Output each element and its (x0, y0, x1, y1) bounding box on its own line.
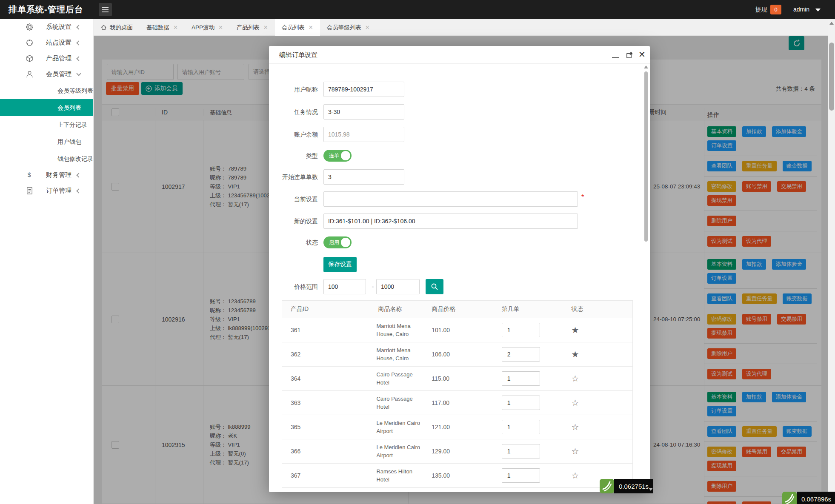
price-range-label: 价格范围 (269, 279, 318, 294)
sidebar-item-会员管理[interactable]: 会员管理 (0, 66, 93, 82)
sidebar-subitem-会员等级列表[interactable]: 会员等级列表 (0, 82, 93, 99)
toggle-knob (341, 151, 350, 160)
star-outline-icon[interactable]: ☆ (571, 471, 579, 480)
product-id: 367 (282, 472, 369, 479)
sidebar-item-订单管理[interactable]: 订单管理 (0, 183, 93, 199)
tab-基础数据[interactable]: 基础数据✕ (140, 19, 185, 36)
tab-bar: 我的桌面基础数据✕APP滚动✕产品列表✕会员列表✕会员等级列表✕ (94, 19, 835, 36)
current-setting-input[interactable] (323, 191, 578, 207)
product-name: Marriott Mena House, Cairo (369, 342, 423, 366)
tab-会员等级列表[interactable]: 会员等级列表✕ (320, 19, 377, 36)
user-menu[interactable]: admin (793, 0, 809, 19)
close-icon[interactable]: ✕ (309, 24, 313, 31)
start-count-input[interactable] (323, 169, 404, 185)
product-icon (26, 54, 34, 63)
order-number-input[interactable] (502, 323, 540, 337)
product-row: 367Ramses Hilton Hotel135.00☆ (282, 463, 632, 487)
product-row: 362Marriott Mena House, Cairo106.00★ (282, 342, 632, 366)
order-number-input[interactable] (502, 420, 540, 434)
scrollbar-thumb[interactable] (829, 43, 834, 111)
tab-label: 会员列表 (282, 24, 305, 31)
minimize-icon[interactable] (612, 57, 619, 58)
sidebar-item-label: 财务管理 (46, 171, 71, 179)
star-outline-icon[interactable]: ☆ (571, 374, 579, 383)
modal-scrollbar-thumb[interactable] (644, 71, 648, 242)
modal-exec-time-badge: 0.062751s (600, 479, 653, 493)
product-id: 365 (282, 424, 369, 430)
thinkphp-leaf-icon (600, 479, 614, 493)
star-outline-icon[interactable]: ☆ (571, 398, 579, 407)
close-icon[interactable]: ✕ (173, 24, 178, 31)
sidebar-item-站点设置[interactable]: 站点设置 (0, 35, 93, 51)
order-number-input[interactable] (502, 444, 540, 458)
order-number-cell (493, 323, 563, 337)
tab-我的桌面[interactable]: 我的桌面 (94, 19, 140, 36)
start-count-label: 开始连单单数 (269, 169, 318, 185)
sidebar-item-产品管理[interactable]: 产品管理 (0, 51, 93, 66)
price-min-input[interactable] (323, 279, 366, 294)
order-number-cell (493, 468, 563, 483)
thinkphp-leaf-icon (782, 492, 797, 504)
order-icon (26, 187, 34, 195)
tab-label: 基础数据 (146, 24, 169, 31)
star-outline-icon[interactable]: ☆ (571, 447, 579, 456)
order-number-input[interactable] (502, 371, 540, 386)
price-search-button[interactable] (426, 279, 443, 294)
order-number-cell (493, 371, 563, 386)
sidebar-item-label: 系统设置 (46, 23, 71, 31)
status-toggle[interactable]: 启用 (323, 236, 352, 248)
sidebar-subitem-用户钱包[interactable]: 用户钱包 (0, 133, 93, 150)
type-toggle[interactable]: 连单 (323, 150, 352, 162)
new-setting-input[interactable] (323, 214, 578, 229)
balance-input[interactable] (323, 127, 404, 142)
save-settings-button[interactable]: 保存设置 (323, 257, 357, 272)
product-price: 129.00 (423, 448, 493, 455)
close-icon[interactable]: ✕ (365, 24, 370, 31)
order-number-cell (493, 396, 563, 410)
modal-scrollbar[interactable] (644, 68, 648, 487)
chevron-left-icon (76, 173, 81, 177)
new-setting-label: 新的设置 (269, 214, 318, 229)
status-toggle-label: 启用 (329, 239, 339, 245)
scroll-up-arrow-icon[interactable] (829, 22, 834, 25)
product-row: 365Le Meridien Cairo Airport121.00☆ (282, 415, 632, 439)
star-filled-icon[interactable]: ★ (571, 325, 579, 335)
product-name: Cairo Passage Hotel (369, 367, 423, 390)
product-header-产品ID: 产品ID (282, 305, 369, 313)
withdraw-count-badge[interactable]: 0 (770, 5, 781, 14)
tab-产品列表[interactable]: 产品列表✕ (230, 19, 275, 36)
order-number-input[interactable] (502, 468, 540, 483)
svg-text:$: $ (28, 171, 31, 178)
close-icon[interactable]: ✕ (263, 24, 268, 31)
modal-corner-arrow-icon[interactable] (649, 488, 653, 491)
order-number-input[interactable] (502, 396, 540, 410)
status-label: 状态 (269, 235, 318, 250)
nickname-input[interactable] (323, 82, 404, 97)
order-number-input[interactable] (502, 347, 540, 362)
close-icon[interactable]: ✕ (638, 49, 646, 60)
sidebar-subitem-上下分记录[interactable]: 上下分记录 (0, 116, 93, 133)
sidebar-subitem-会员列表[interactable]: 会员列表 (0, 99, 93, 116)
price-max-input[interactable] (376, 279, 420, 294)
sidebar-item-财务管理[interactable]: $财务管理 (0, 167, 93, 183)
page-scrollbar[interactable] (828, 19, 835, 504)
type-toggle-label: 连单 (329, 153, 339, 159)
hamburger-menu-icon[interactable] (99, 3, 112, 16)
sidebar-item-系统设置[interactable]: 系统设置 (0, 19, 93, 35)
home-icon (100, 24, 107, 31)
withdraw-link[interactable]: 提现 (755, 0, 767, 19)
product-name: Savoy Le Grand Hotel Marrakech (369, 488, 423, 492)
sidebar-subitem-钱包修改记录[interactable]: 钱包修改记录 (0, 150, 93, 167)
product-header-商品名称: 商品名称 (369, 305, 423, 313)
star-filled-icon[interactable]: ★ (571, 350, 579, 359)
chevron-down-icon (76, 71, 81, 76)
balance-label: 账户余额 (269, 127, 318, 142)
star-outline-icon[interactable]: ☆ (571, 422, 579, 432)
tab-APP滚动[interactable]: APP滚动✕ (185, 19, 230, 36)
status-cell: ★ (563, 349, 632, 359)
close-icon[interactable]: ✕ (218, 24, 223, 31)
maximize-icon[interactable] (626, 52, 632, 58)
task-input[interactable] (323, 104, 404, 120)
product-name: Le Meridien Cairo Airport (369, 439, 423, 463)
tab-会员列表[interactable]: 会员列表✕ (275, 19, 320, 36)
